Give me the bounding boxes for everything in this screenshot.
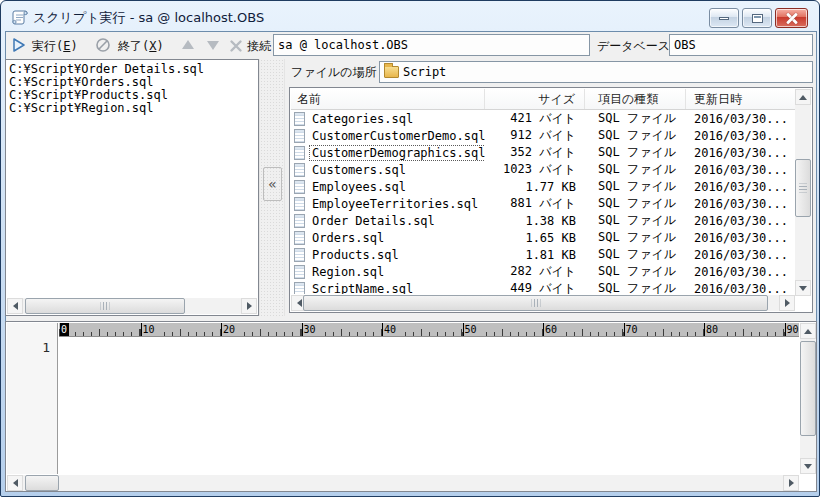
- close-button[interactable]: [775, 8, 808, 28]
- file-row[interactable]: Region.sql282 バイトSQL ファイル2016/03/30...: [291, 263, 795, 280]
- file-name: Region.sql: [309, 264, 387, 280]
- scroll-up-icon[interactable]: [800, 323, 816, 339]
- chevron-left-icon: «: [268, 176, 276, 192]
- file-table-hscrollbar[interactable]: [291, 295, 795, 311]
- sql-file-icon: [294, 180, 305, 194]
- database-label: データベース: [597, 38, 670, 55]
- line-number-gutter: 1: [7, 323, 58, 474]
- maximize-button[interactable]: [742, 8, 772, 28]
- ruler-mark: 90: [785, 323, 800, 336]
- file-row[interactable]: EmployeeTerritories.sql881 バイトSQL ファイル20…: [291, 195, 795, 212]
- file-date: 2016/03/30...: [686, 146, 795, 160]
- scroll-right-icon[interactable]: [783, 475, 799, 491]
- file-type: SQL ファイル: [585, 195, 686, 212]
- editor-text-area[interactable]: [59, 337, 799, 474]
- file-name: Orders.sql: [309, 230, 387, 246]
- location-dropdown-icon[interactable]: [797, 62, 812, 82]
- move-up-button[interactable]: [182, 40, 194, 49]
- editor-vscrollbar[interactable]: [800, 323, 816, 474]
- stop-icon[interactable]: [95, 37, 111, 53]
- file-type: SQL ファイル: [585, 178, 686, 195]
- file-type: SQL ファイル: [585, 212, 686, 229]
- sql-file-icon: [294, 265, 305, 279]
- file-size: 421 バイト: [485, 110, 585, 127]
- maximize-icon: [752, 14, 763, 23]
- column-header[interactable]: 名前: [291, 89, 485, 109]
- folder-icon: [384, 66, 399, 78]
- file-name: Customers.sql: [309, 162, 409, 178]
- file-row[interactable]: Categories.sql421 バイトSQL ファイル2016/03/30.…: [291, 110, 795, 127]
- editor-hscroll-thumb[interactable]: [25, 475, 59, 491]
- connection-combobox[interactable]: sa @ localhost.OBS: [273, 34, 590, 56]
- path-list-hscrollbar[interactable]: [7, 298, 257, 314]
- run-button[interactable]: 実行(E): [32, 38, 78, 55]
- close-icon: [786, 12, 798, 24]
- script-editor[interactable]: 1 0102030405060708090: [5, 321, 817, 492]
- ruler-mark: 10: [141, 323, 157, 336]
- scroll-right-icon[interactable]: [779, 295, 795, 311]
- move-down-button[interactable]: [207, 41, 219, 50]
- file-row[interactable]: Products.sql1.81 KBSQL ファイル2016/03/30...: [291, 246, 795, 263]
- panel-splitter[interactable]: «: [259, 59, 285, 316]
- editor-vscroll-thumb[interactable]: [800, 341, 816, 436]
- file-name: Categories.sql: [309, 111, 416, 127]
- run-icon[interactable]: [11, 37, 27, 53]
- file-type: SQL ファイル: [585, 263, 686, 280]
- path-list-item[interactable]: C:¥Script¥Region.sql: [6, 102, 258, 115]
- remove-icon[interactable]: [228, 38, 244, 54]
- column-header[interactable]: 更新日時: [686, 89, 795, 109]
- scroll-right-icon[interactable]: [241, 298, 257, 314]
- ruler-mark: 30: [302, 323, 318, 336]
- file-row[interactable]: Order Details.sql1.38 KBSQL ファイル2016/03/…: [291, 212, 795, 229]
- database-input[interactable]: [669, 34, 813, 56]
- editor-hscrollbar[interactable]: [7, 475, 799, 491]
- ruler: 0102030405060708090: [59, 323, 799, 337]
- file-date: 2016/03/30...: [686, 248, 795, 262]
- file-row[interactable]: CustomerCustomerDemo.sql912 バイトSQL ファイル2…: [291, 127, 795, 144]
- file-date: 2016/03/30...: [686, 163, 795, 177]
- file-row[interactable]: Employees.sql1.77 KBSQL ファイル2016/03/30..…: [291, 178, 795, 195]
- stop-button[interactable]: 終了(X): [118, 38, 164, 55]
- file-row[interactable]: Orders.sql1.65 KBSQL ファイル2016/03/30...: [291, 229, 795, 246]
- connection-dropdown-icon[interactable]: [574, 35, 589, 55]
- file-date: 2016/03/30...: [686, 129, 795, 143]
- file-date: 2016/03/30...: [686, 197, 795, 211]
- sql-file-icon: [294, 129, 305, 143]
- scroll-down-icon[interactable]: [800, 458, 816, 474]
- file-row[interactable]: CustomerDemographics.sql352 バイトSQL ファイル2…: [291, 144, 795, 161]
- collapse-panel-button[interactable]: «: [263, 167, 282, 201]
- minimize-button[interactable]: [709, 8, 739, 28]
- scroll-left-icon[interactable]: [7, 475, 23, 491]
- scroll-up-icon[interactable]: [795, 89, 811, 105]
- file-type: SQL ファイル: [585, 110, 686, 127]
- column-header[interactable]: サイズ: [485, 89, 585, 109]
- file-date: 2016/03/30...: [686, 282, 795, 295]
- file-date: 2016/03/30...: [686, 214, 795, 228]
- file-table-hscroll-thumb[interactable]: [303, 295, 768, 311]
- file-table-vscroll-thumb[interactable]: [795, 159, 811, 217]
- connection-value: sa @ localhost.OBS: [274, 38, 574, 52]
- column-header[interactable]: 項目の種類: [585, 89, 686, 109]
- script-path-list[interactable]: C:¥Script¥Order Details.sqlC:¥Script¥Ord…: [5, 59, 259, 316]
- file-table: 名前サイズ項目の種類更新日時 Categories.sql421 バイトSQL …: [289, 87, 813, 313]
- scroll-down-icon[interactable]: [795, 280, 811, 296]
- file-table-vscrollbar[interactable]: [795, 89, 811, 296]
- file-type: SQL ファイル: [585, 144, 686, 161]
- file-type: SQL ファイル: [585, 246, 686, 263]
- scroll-left-icon[interactable]: [7, 298, 23, 314]
- file-name: CustomerDemographics.sql: [309, 145, 485, 161]
- file-name: CustomerCustomerDemo.sql: [309, 128, 485, 144]
- ruler-mark: 70: [624, 323, 640, 336]
- file-name: EmployeeTerritories.sql: [309, 196, 481, 212]
- file-size: 1.38 KB: [485, 214, 585, 228]
- file-date: 2016/03/30...: [686, 112, 795, 126]
- file-name: Products.sql: [309, 247, 402, 263]
- file-row[interactable]: Customers.sql1023 バイトSQL ファイル2016/03/30.…: [291, 161, 795, 178]
- file-type: SQL ファイル: [585, 161, 686, 178]
- ruler-mark: 60: [543, 323, 559, 336]
- path-list-hscroll-thumb[interactable]: [25, 298, 185, 314]
- file-location-combobox[interactable]: Script: [379, 61, 813, 83]
- line-numbers: 1: [42, 340, 50, 356]
- file-table-header: 名前サイズ項目の種類更新日時: [291, 89, 795, 110]
- file-row[interactable]: ScriptName.sql449 バイトSQL ファイル2016/03/30.…: [291, 280, 795, 294]
